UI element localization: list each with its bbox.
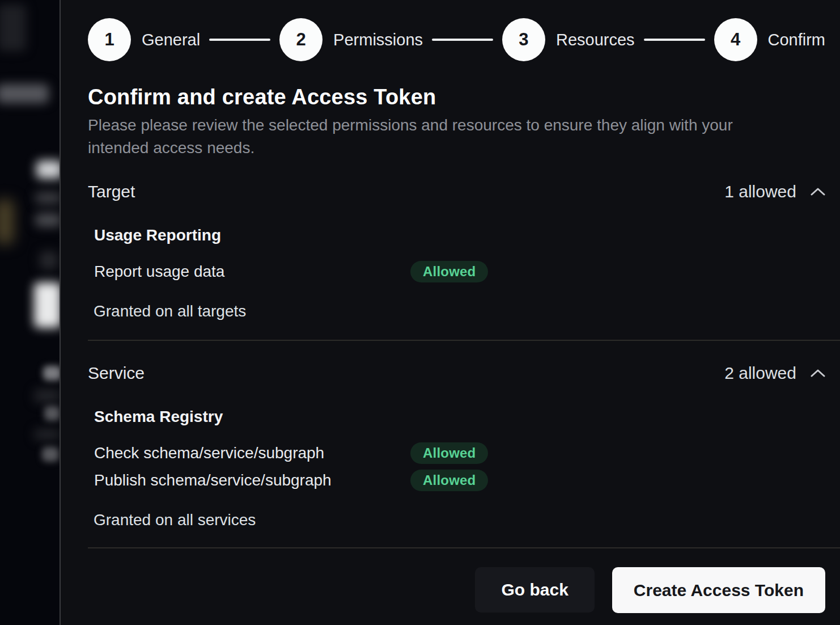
backdrop-blur-shape [35, 213, 60, 227]
section-title: Target [88, 182, 135, 201]
backdrop-blur-shape [34, 389, 60, 403]
wizard-stepper: 1 General 2 Permissions 3 Resources 4 Co… [88, 18, 825, 61]
chevron-up-icon[interactable] [811, 369, 825, 378]
step-label: Permissions [333, 31, 423, 49]
stepper-connector-line [432, 39, 493, 41]
allowed-count-text: 2 allowed [724, 364, 796, 383]
permission-label: Check schema/service/subgraph [94, 444, 410, 462]
backdrop-blur-shape [36, 161, 60, 179]
section-allowed-count: 2 allowed [724, 364, 825, 383]
permission-list: Report usage data Allowed [88, 258, 825, 285]
permission-row: Report usage data Allowed [88, 258, 825, 285]
backdrop-blur-shape [34, 282, 60, 328]
page-subtitle: Please please review the selected permis… [88, 114, 782, 159]
granted-note: Granted on all targets [94, 302, 825, 320]
stepper-step-resources[interactable]: 3 Resources [502, 18, 635, 61]
chevron-up-icon[interactable] [811, 187, 825, 196]
backdrop-blur-shape [42, 447, 59, 462]
permission-list: Check schema/service/subgraph Allowed Pu… [88, 440, 825, 494]
go-back-button[interactable]: Go back [475, 567, 594, 613]
create-access-token-modal: 1 General 2 Permissions 3 Resources 4 Co… [60, 0, 840, 625]
status-badge: Allowed [410, 470, 488, 491]
backdrop-blur-shape [0, 5, 26, 51]
backdrop-blur-shape [34, 429, 60, 440]
section-divider [88, 547, 840, 548]
step-number-badge: 4 [714, 18, 757, 61]
backdrop-blurred-page [0, 0, 60, 625]
step-label: Confirm [768, 31, 826, 49]
backdrop-blur-shape [44, 406, 60, 421]
stepper-connector-line [209, 39, 270, 41]
section-header-service[interactable]: Service 2 allowed [88, 364, 825, 383]
backdrop-blur-shape [40, 251, 58, 269]
status-badge: Allowed [410, 442, 488, 464]
permission-group-heading: Schema Registry [94, 408, 825, 426]
modal-footer: Go back Create Access Token [88, 567, 825, 613]
section-header-target[interactable]: Target 1 allowed [88, 182, 825, 201]
step-label: Resources [556, 31, 635, 49]
permission-label: Publish schema/service/subgraph [94, 471, 410, 489]
backdrop-blur-shape [43, 366, 60, 381]
page-title: Confirm and create Access Token [88, 85, 825, 109]
granted-note: Granted on all services [94, 511, 825, 529]
status-badge: Allowed [410, 261, 488, 282]
step-number-badge: 2 [279, 18, 323, 61]
backdrop-blur-shape [0, 84, 49, 103]
step-number-badge: 3 [502, 18, 545, 61]
permission-row: Publish schema/service/subgraph Allowed [88, 467, 825, 494]
section-allowed-count: 1 allowed [724, 182, 825, 201]
create-access-token-button[interactable]: Create Access Token [612, 567, 825, 613]
allowed-count-text: 1 allowed [724, 182, 796, 201]
stepper-step-confirm[interactable]: 4 Confirm [714, 18, 826, 61]
permission-group-heading: Usage Reporting [94, 226, 825, 244]
stepper-step-general[interactable]: 1 General [88, 18, 200, 61]
backdrop-blur-shape [0, 200, 14, 244]
permission-row: Check schema/service/subgraph Allowed [88, 440, 825, 467]
backdrop-blur-shape [35, 192, 60, 204]
section-title: Service [88, 364, 145, 383]
stepper-connector-line [644, 39, 705, 41]
section-divider [88, 340, 840, 341]
permission-label: Report usage data [94, 263, 410, 281]
step-label: General [142, 31, 200, 49]
step-number-badge: 1 [88, 18, 131, 61]
stepper-step-permissions[interactable]: 2 Permissions [279, 18, 423, 61]
